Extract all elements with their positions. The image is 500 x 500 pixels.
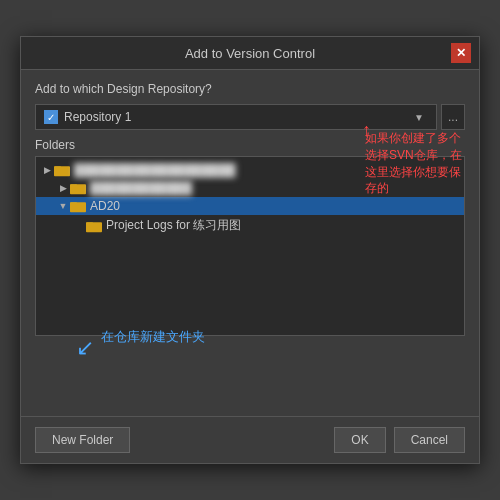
blue-annotation: 在仓库新建文件夹 bbox=[101, 328, 205, 346]
red-arrow-icon: ↑ bbox=[362, 120, 371, 141]
toggle-icon-root: ▶ bbox=[40, 163, 54, 177]
cancel-button[interactable]: Cancel bbox=[394, 427, 465, 453]
repo-select[interactable]: ✓ Repository 1 ▼ bbox=[35, 104, 437, 130]
tree-item-projlogs[interactable]: Project Logs for 练习用图 bbox=[36, 215, 464, 236]
dialog-title: Add to Version Control bbox=[49, 46, 451, 61]
close-button[interactable]: ✕ bbox=[451, 43, 471, 63]
toggle-icon-projlogs bbox=[72, 219, 86, 233]
dropdown-arrow-icon[interactable]: ▼ bbox=[410, 112, 428, 123]
more-button[interactable]: ... bbox=[441, 104, 465, 130]
repo-checkbox: ✓ bbox=[44, 110, 58, 124]
red-annotation: 如果你创建了多个选择SVN仓库，在这里选择你想要保存的 bbox=[365, 130, 465, 197]
root-label: ███████████████████ bbox=[74, 163, 236, 177]
svg-rect-11 bbox=[86, 222, 102, 231]
footer: New Folder OK Cancel bbox=[21, 416, 479, 463]
ok-button[interactable]: OK bbox=[334, 427, 385, 453]
repo-name: Repository 1 bbox=[64, 110, 404, 124]
folder-icon-projlogs bbox=[86, 219, 102, 233]
folder-icon-sub1 bbox=[70, 181, 86, 195]
repo-label: Add to which Design Repository? bbox=[35, 82, 465, 96]
svg-rect-8 bbox=[70, 202, 86, 211]
toggle-icon-sub1: ▶ bbox=[56, 181, 70, 195]
sub1-label: ████████████ bbox=[90, 181, 192, 195]
dialog: Add to Version Control ✕ Add to which De… bbox=[20, 36, 480, 464]
svg-rect-2 bbox=[54, 166, 70, 175]
blue-arrow-icon: ↙ bbox=[76, 335, 94, 361]
footer-right: OK Cancel bbox=[334, 427, 465, 453]
svg-rect-5 bbox=[70, 184, 86, 193]
ad20-label: AD20 bbox=[90, 199, 120, 213]
tree-item-ad20[interactable]: ▼ AD20 bbox=[36, 197, 464, 215]
projlogs-label: Project Logs for 练习用图 bbox=[106, 217, 241, 234]
dialog-body: Add to which Design Repository? ✓ Reposi… bbox=[21, 70, 479, 416]
toggle-icon-ad20: ▼ bbox=[56, 199, 70, 213]
folder-icon-root bbox=[54, 163, 70, 177]
folder-icon-ad20 bbox=[70, 199, 86, 213]
titlebar: Add to Version Control ✕ bbox=[21, 37, 479, 70]
new-folder-button[interactable]: New Folder bbox=[35, 427, 130, 453]
repo-row: ✓ Repository 1 ▼ ... bbox=[35, 104, 465, 130]
